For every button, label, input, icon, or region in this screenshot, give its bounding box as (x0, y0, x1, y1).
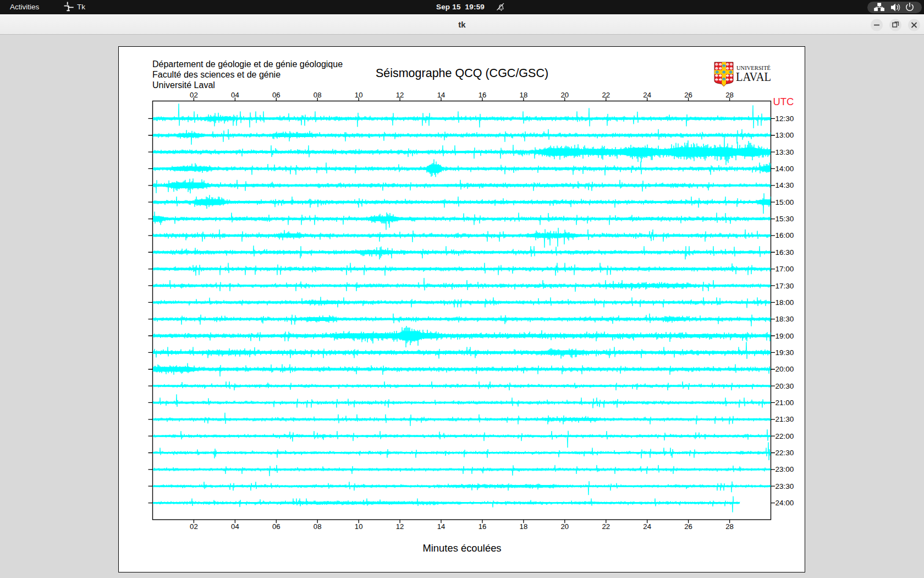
svg-text:LAVAL: LAVAL (736, 70, 771, 84)
